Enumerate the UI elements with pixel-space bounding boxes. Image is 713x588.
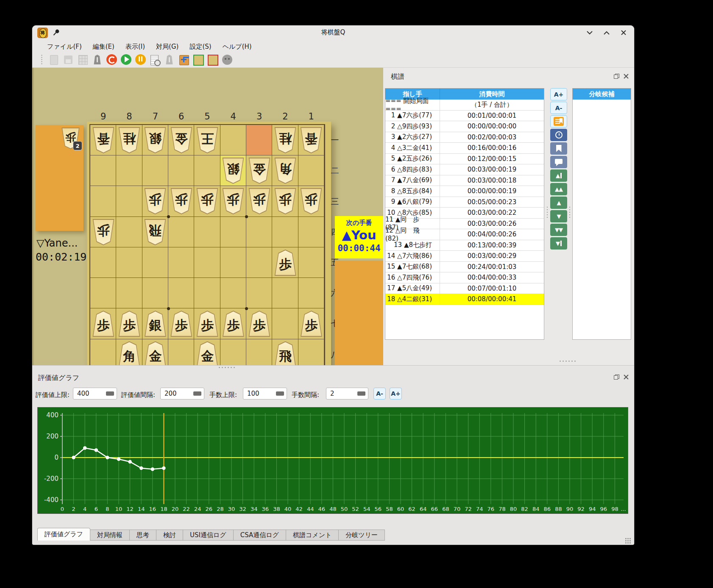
move-interval-input[interactable]: 2 <box>326 388 368 399</box>
board-square[interactable] <box>246 217 272 247</box>
board-square[interactable] <box>246 247 272 278</box>
board-square[interactable] <box>272 217 298 247</box>
toolbar-handle[interactable] <box>41 54 43 65</box>
eval-interval-input[interactable]: 200 <box>160 388 204 399</box>
tab-eval-graph[interactable]: 評価値グラフ <box>37 528 90 541</box>
gote-piece-飛[interactable]: 飛 <box>144 219 167 245</box>
first-move-button[interactable]: ▲ <box>550 169 567 182</box>
move-board-icon[interactable] <box>177 53 190 66</box>
board-square[interactable] <box>194 247 220 278</box>
bookmark-button[interactable] <box>550 142 567 155</box>
gote-piece-王[interactable]: 王 <box>196 127 219 153</box>
gote-piece-香[interactable]: 香 <box>300 127 323 153</box>
board-square[interactable] <box>298 247 324 278</box>
font-decrease-button[interactable]: A- <box>550 102 567 114</box>
menu-settings[interactable]: 設定(S) <box>184 42 217 52</box>
board-square[interactable] <box>168 278 194 308</box>
graph-font-increase-button[interactable]: A+ <box>390 388 402 399</box>
board-square[interactable] <box>90 155 116 186</box>
kifu-row[interactable]: 8 △8五歩(84)00:00/00:00:19 <box>385 186 544 197</box>
eval-graph[interactable]: -400-20002004000246810121416182022242628… <box>37 407 628 514</box>
tab-thinking[interactable]: 思考 <box>130 530 156 541</box>
rewind-button[interactable]: ▲▲ <box>550 183 567 195</box>
kifu-row[interactable]: 1 ▲7六歩(77)00:01/00:00:01 <box>385 111 544 122</box>
gote-piece-角[interactable]: 角 <box>274 158 297 184</box>
forward-button[interactable]: ▼ <box>550 210 567 222</box>
gote-piece-桂[interactable]: 桂 <box>118 127 141 153</box>
board-square[interactable] <box>90 186 116 216</box>
menu-view[interactable]: 表示(I) <box>120 42 150 52</box>
resize-grip[interactable] <box>625 538 631 544</box>
menu-file[interactable]: ファイル(F) <box>42 42 87 52</box>
board-square[interactable] <box>90 247 116 278</box>
kifu-row[interactable]: 17 ▲5八金(49)00:07/00:01:10 <box>385 283 544 294</box>
board-square[interactable] <box>194 155 220 186</box>
kifu-list-mode-button[interactable] <box>550 115 567 128</box>
gote-piece-歩[interactable]: 歩 <box>300 188 323 214</box>
board-square[interactable] <box>246 125 272 155</box>
board-square[interactable] <box>116 217 142 247</box>
tab-kifu-comment[interactable]: 棋譜コメント <box>286 530 339 541</box>
eval-graph-svg[interactable]: -400-20002004000246810121416182022242628… <box>38 408 628 513</box>
menu-edit[interactable]: 編集(E) <box>87 42 120 52</box>
font-increase-button[interactable]: A+ <box>550 88 567 100</box>
eval-float-icon[interactable] <box>614 374 619 380</box>
engine-piece-icon[interactable] <box>91 53 104 66</box>
kifu-row[interactable]: 7 ▲7八金(69)00:03/00:00:18 <box>385 175 544 186</box>
kifu-close-icon[interactable] <box>624 74 629 79</box>
board-square[interactable] <box>116 186 142 216</box>
graph-font-decrease-button[interactable]: A- <box>373 388 386 399</box>
sente-piece-歩[interactable]: 歩 <box>248 311 271 337</box>
play-icon[interactable] <box>120 53 133 66</box>
sente-piece-角[interactable]: 角 <box>118 341 141 368</box>
board-square[interactable] <box>194 217 220 247</box>
board-square[interactable] <box>220 125 246 155</box>
kifu-row[interactable]: 6 △8四歩(83)00:03/00:00:19 <box>385 164 544 175</box>
last-move-button[interactable]: ▼ <box>550 237 567 250</box>
kifu-row[interactable]: 9 ▲6八銀(79)00:05/00:00:23 <box>385 197 544 208</box>
gote-piece-歩[interactable]: 歩 <box>248 188 271 214</box>
sente-piece-歩[interactable]: 歩 <box>170 311 193 337</box>
gote-piece-金[interactable]: 金 <box>170 127 193 153</box>
kifu-row[interactable]: 18 △4二銀(31)00:08/00:00:41 <box>385 294 544 305</box>
kifu-row[interactable]: 2 △9四歩(93)00:00/00:00:00 <box>385 121 544 132</box>
menu-game[interactable]: 対局(G) <box>150 42 184 52</box>
kifu-float-icon[interactable] <box>614 74 619 79</box>
board-square[interactable] <box>142 155 168 186</box>
time-display-button[interactable] <box>550 129 567 141</box>
splitter-handle[interactable] <box>546 206 548 219</box>
gote-piece-歩[interactable]: 歩 <box>144 188 167 214</box>
board-square[interactable] <box>194 278 220 308</box>
sente-piece-歩[interactable]: 歩 <box>300 311 323 337</box>
tab-usi-log[interactable]: USI通信ログ <box>183 530 234 541</box>
sente-hand-panel[interactable] <box>335 261 383 369</box>
comment-button[interactable] <box>550 156 567 168</box>
gote-piece-金[interactable]: 金 <box>248 158 271 184</box>
splitter-handle[interactable] <box>569 206 571 219</box>
back-button[interactable]: ▲ <box>550 197 567 209</box>
fast-forward-button[interactable]: ▼▼ <box>550 224 567 236</box>
close-window-icon[interactable] <box>619 28 628 37</box>
tab-branch-tree[interactable]: 分岐ツリー <box>339 530 385 541</box>
board-square[interactable] <box>246 278 272 308</box>
kifu-row[interactable]: 13 ▲8七歩打00:13/00:00:39 <box>385 240 544 251</box>
eval-close-icon[interactable] <box>624 374 629 380</box>
move-upper-limit-input[interactable]: 100 <box>243 388 287 399</box>
sente-piece-歩[interactable]: 歩 <box>222 311 245 337</box>
engine-face-icon[interactable] <box>220 53 234 66</box>
spinner-icon[interactable] <box>193 391 201 396</box>
eval-upper-limit-input[interactable]: 400 <box>73 388 117 399</box>
gote-piece-歩[interactable]: 歩 <box>92 219 115 245</box>
branch-panel[interactable]: 分岐候補 <box>572 88 631 340</box>
gote-piece-銀[interactable]: 銀 <box>222 158 245 184</box>
gote-piece-銀[interactable]: 銀 <box>144 127 167 153</box>
kifu-row[interactable]: 3 ▲2六歩(27)00:02/00:00:03 <box>385 132 544 143</box>
board-square[interactable] <box>220 247 246 278</box>
gote-piece-香[interactable]: 香 <box>92 127 115 153</box>
board-square[interactable] <box>142 278 168 308</box>
board-square[interactable] <box>298 155 324 186</box>
board-square[interactable] <box>298 217 324 247</box>
kifu-table[interactable]: 指し手 消費時間 === 開始局面 ===（1手 / 合計）1 ▲7六歩(77)… <box>385 88 544 340</box>
gote-piece-歩[interactable]: 歩 <box>196 188 219 214</box>
board-square[interactable] <box>168 155 194 186</box>
